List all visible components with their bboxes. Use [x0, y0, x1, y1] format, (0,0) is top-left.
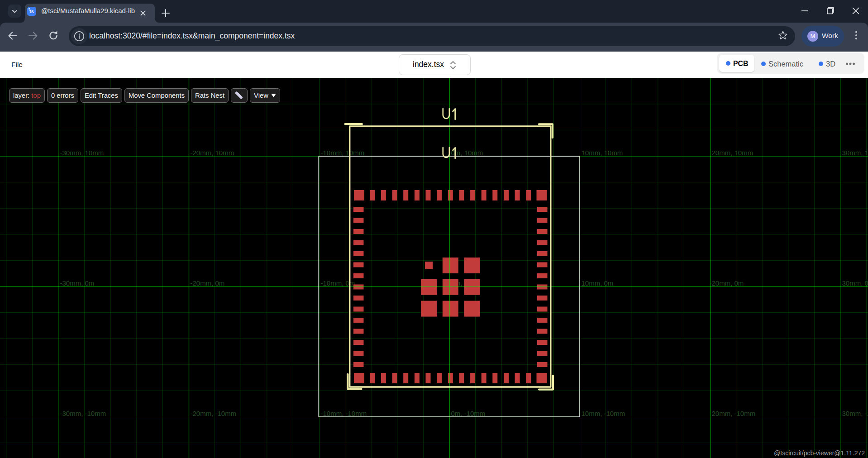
svg-text:10mm, 10mm: 10mm, 10mm — [582, 149, 623, 157]
svg-text:30mm, -10mm: 30mm, -10mm — [842, 410, 868, 417]
svg-text:0m, 10mm: 0m, 10mm — [451, 149, 483, 157]
svg-text:30mm, 0m: 30mm, 0m — [842, 279, 868, 287]
svg-text:-10mm, -10mm: -10mm, -10mm — [321, 410, 367, 417]
svg-text:20mm, 0m: 20mm, 0m — [712, 279, 744, 287]
svg-text:-20mm, 10mm: -20mm, 10mm — [191, 149, 234, 157]
svg-text:-30mm, -10mm: -30mm, -10mm — [60, 410, 106, 417]
svg-text:-30mm, 0m: -30mm, 0m — [60, 279, 95, 287]
svg-text:10mm, -10mm: 10mm, -10mm — [582, 410, 625, 417]
svg-text:20mm, 10mm: 20mm, 10mm — [712, 149, 754, 157]
svg-text:-20mm, 0m: -20mm, 0m — [191, 279, 225, 287]
svg-text:30mm, 10mm: 30mm, 10mm — [842, 149, 868, 157]
svg-text:0m, -10mm: 0m, -10mm — [451, 410, 486, 417]
svg-text:-30mm, 10mm: -30mm, 10mm — [60, 149, 104, 157]
svg-text:-10mm, 10mm: -10mm, 10mm — [321, 149, 365, 157]
svg-text:20mm, -10mm: 20mm, -10mm — [712, 410, 756, 417]
svg-text:-20mm, -10mm: -20mm, -10mm — [191, 410, 237, 417]
svg-text:10mm, 0m: 10mm, 0m — [582, 279, 614, 287]
